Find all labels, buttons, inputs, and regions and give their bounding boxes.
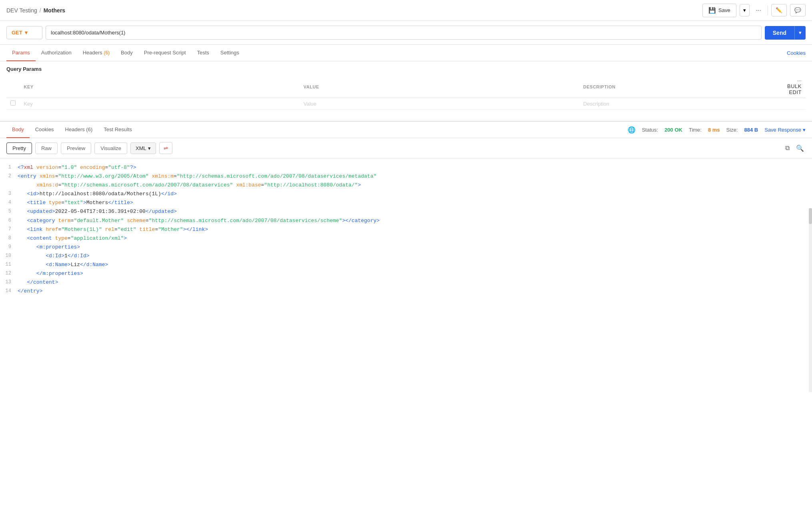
method-select[interactable]: GET ▾ xyxy=(6,26,42,39)
save-label: Save xyxy=(718,7,730,13)
col-description-header: DESCRIPTION xyxy=(579,76,779,98)
format-preview-button[interactable]: Preview xyxy=(61,142,91,154)
line-content: <d:Name>Liz</d:Name> xyxy=(18,261,812,269)
breadcrumb: DEV Testing / Mothers xyxy=(6,7,65,14)
code-line: 3 <id>http://localhost:8080/odata/Mother… xyxy=(0,190,812,198)
param-value-cell: Value xyxy=(300,98,579,110)
line-content: </entry> xyxy=(18,287,812,296)
table-row: Key Value Description xyxy=(6,98,806,110)
header: DEV Testing / Mothers 💾 Save ▾ ··· ✏️ 💬 xyxy=(0,0,812,21)
save-dropdown-button[interactable]: ▾ xyxy=(740,4,750,16)
size-prefix: Size: xyxy=(726,127,738,133)
scrollbar-thumb[interactable] xyxy=(809,208,812,224)
search-button[interactable]: 🔍 xyxy=(794,143,806,154)
code-line: 7 <link href="Mothers(1L)" rel="edit" ti… xyxy=(0,225,812,234)
save-button[interactable]: 💾 Save xyxy=(702,4,736,17)
wrap-lines-button[interactable]: ⇌ xyxy=(159,142,172,154)
status-value: 200 OK xyxy=(664,127,682,133)
col-actions-header: ··· Bulk Edit xyxy=(779,76,806,98)
copy-icon: ⧉ xyxy=(785,144,790,151)
col-checkbox-header xyxy=(6,76,20,98)
save-response-button[interactable]: Save Response ▾ xyxy=(764,127,806,133)
edit-icon-button[interactable]: ✏️ xyxy=(771,4,787,16)
tab-params[interactable]: Params xyxy=(6,45,36,61)
size-value: 884 B xyxy=(744,127,758,133)
response-tab-headers[interactable]: Headers (6) xyxy=(60,122,98,138)
tab-pre-request-script[interactable]: Pre-request Script xyxy=(138,45,192,61)
response-tab-cookies[interactable]: Cookies xyxy=(30,122,60,138)
time-value: 8 ms xyxy=(708,127,720,133)
header-divider xyxy=(768,6,768,15)
breadcrumb-separator: / xyxy=(40,7,41,14)
format-raw-button[interactable]: Raw xyxy=(35,142,58,154)
description-placeholder: Description xyxy=(583,101,609,107)
code-line: xmlns:d="http://schemas.microsoft.com/ad… xyxy=(0,181,812,190)
globe-icon: 🌐 xyxy=(628,126,636,134)
chevron-down-icon: ▾ xyxy=(743,7,746,13)
col-value-header: VALUE xyxy=(300,76,579,98)
url-input[interactable] xyxy=(46,26,762,40)
right-icons: ⧉ 🔍 xyxy=(784,143,806,154)
code-line: 13 </content> xyxy=(0,278,812,287)
send-dropdown-button[interactable]: ▾ xyxy=(794,26,806,40)
code-line: 12 </m:properties> xyxy=(0,269,812,278)
tab-authorization[interactable]: Authorization xyxy=(36,45,77,61)
tab-settings[interactable]: Settings xyxy=(215,45,245,61)
code-line: 5 <updated>2022-05-04T17:01:36.391+02:00… xyxy=(0,207,812,216)
response-tab-test-results[interactable]: Test Results xyxy=(98,122,138,138)
response-status: 🌐 Status: 200 OK Time: 8 ms Size: 884 B … xyxy=(628,123,806,137)
response-tab-body[interactable]: Body xyxy=(6,122,30,138)
method-label: GET xyxy=(12,30,22,36)
line-number: 3 xyxy=(0,190,18,198)
key-placeholder: Key xyxy=(24,101,32,107)
send-label: Send xyxy=(773,30,786,36)
code-line: 11 <d:Name>Liz</d:Name> xyxy=(0,261,812,269)
line-number: 2 xyxy=(0,172,18,181)
breadcrumb-parent[interactable]: DEV Testing xyxy=(6,7,37,14)
line-number: 12 xyxy=(0,269,18,278)
format-visualize-button[interactable]: Visualize xyxy=(94,142,127,154)
line-content: xmlns:d="http://schemas.microsoft.com/ad… xyxy=(18,181,812,190)
status-prefix: Status: xyxy=(642,127,658,133)
line-number: 1 xyxy=(0,163,18,172)
code-block: 1 <?xml version="1.0" encoding="utf-8"?>… xyxy=(0,158,812,343)
tab-headers[interactable]: Headers (6) xyxy=(77,45,115,61)
tab-body[interactable]: Body xyxy=(115,45,138,61)
copy-button[interactable]: ⧉ xyxy=(784,143,791,154)
send-button-group: Send ▾ xyxy=(765,26,806,40)
header-actions: 💾 Save ▾ ··· ✏️ 💬 xyxy=(702,4,806,17)
line-number: 7 xyxy=(0,225,18,234)
line-number: 5 xyxy=(0,207,18,216)
line-number: 9 xyxy=(0,243,18,252)
line-number: 11 xyxy=(0,261,18,269)
more-options-button[interactable]: ··· xyxy=(753,4,764,17)
scrollbar-track[interactable] xyxy=(809,208,812,392)
code-line: 9 <m:properties> xyxy=(0,243,812,252)
line-number: 6 xyxy=(0,216,18,225)
line-number: 8 xyxy=(0,234,18,243)
send-chevron-icon: ▾ xyxy=(799,30,802,36)
url-bar: GET ▾ Send ▾ xyxy=(0,21,812,45)
breadcrumb-current: Mothers xyxy=(44,7,65,14)
comment-icon-button[interactable]: 💬 xyxy=(790,4,806,16)
language-chevron-icon: ▾ xyxy=(148,145,151,151)
tab-tests[interactable]: Tests xyxy=(192,45,215,61)
format-pretty-button[interactable]: Pretty xyxy=(6,142,32,154)
response-section: Body Cookies Headers (6) Test Results 🌐 … xyxy=(0,121,812,343)
line-content: </content> xyxy=(18,278,812,287)
row-checkbox[interactable] xyxy=(6,98,20,110)
cookies-button[interactable]: Cookies xyxy=(787,45,806,61)
line-content: <updated>2022-05-04T17:01:36.391+02:00</… xyxy=(18,207,812,216)
send-button[interactable]: Send xyxy=(765,26,794,40)
param-checkbox[interactable] xyxy=(10,100,16,106)
params-more-icon[interactable]: ··· xyxy=(797,78,802,83)
code-line: 4 <title type="text">Mothers</title> xyxy=(0,198,812,207)
line-content: <link href="Mothers(1L)" rel="edit" titl… xyxy=(18,225,812,234)
save-response-chevron-icon: ▾ xyxy=(803,127,806,133)
bulk-edit-button[interactable]: Bulk Edit xyxy=(787,83,802,95)
line-number: 13 xyxy=(0,278,18,287)
line-content: <title type="text">Mothers</title> xyxy=(18,198,812,207)
wrap-icon: ⇌ xyxy=(164,145,168,151)
value-placeholder: Value xyxy=(304,101,316,107)
language-select[interactable]: XML ▾ xyxy=(130,142,156,154)
